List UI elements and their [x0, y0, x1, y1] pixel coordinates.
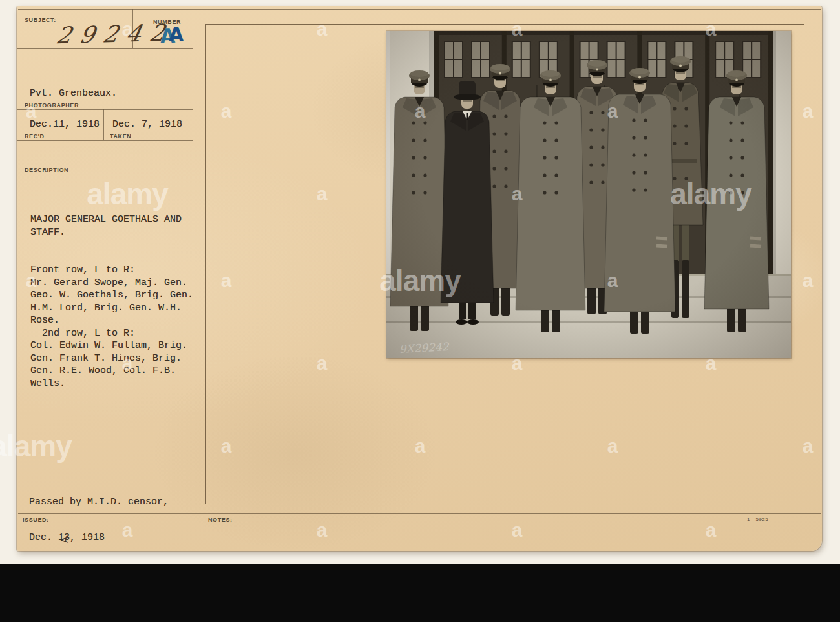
- censor-note: Passed by M.I.D. censor, Dec. 13, 1918: [29, 473, 169, 566]
- issued-mark-letter: A: [59, 537, 71, 543]
- screenshot-stage: SUBJECT: 29242 NUMBER A A Pvt. Grenbeaux…: [0, 0, 840, 622]
- photo-scene: 9X29242: [386, 31, 791, 358]
- description-line: Mr. Gerard Swope, Maj. Gen.: [30, 277, 193, 290]
- subject-label: SUBJECT:: [25, 17, 56, 23]
- description-line: [30, 239, 193, 252]
- description-line: Gen. R.E. Wood, Col. F.B.: [30, 365, 193, 378]
- description-line: Rose.: [30, 314, 193, 327]
- rule-h2: [17, 80, 193, 80]
- photographer-value: Pvt. Grenbeaux.: [30, 88, 117, 99]
- rule-h4: [17, 140, 193, 141]
- description-line: Front row, L to R:: [30, 264, 193, 277]
- rule-h3: [17, 109, 193, 110]
- description-line: H.M. Lord, Brig. Gen. W.H.: [30, 302, 193, 315]
- description-line: Col. Edwin W. Fullam, Brig.: [30, 339, 193, 352]
- received-date-value: Dec.11, 1918: [30, 119, 100, 130]
- description-line: Geo. W. Goethals, Brig. Gen.: [30, 289, 193, 302]
- description-line: STAFF.: [30, 226, 193, 239]
- rule-top: [18, 9, 821, 10]
- description-line: MAJOR GENERAL GOETHALS AND: [30, 213, 193, 226]
- description-text: MAJOR GENERAL GOETHALS ANDSTAFF. Front r…: [30, 213, 193, 390]
- photographer-label: PHOTOGRAPHER: [25, 102, 79, 109]
- taken-label: TAKEN: [110, 133, 131, 140]
- taken-date-value: Dec. 7, 1918: [112, 119, 182, 130]
- censor-line-1: Passed by M.I.D. censor,: [29, 495, 169, 509]
- received-label: REC'D: [25, 133, 45, 140]
- description-line: [30, 252, 193, 264]
- censor-line-2: Dec. 13, 1918: [29, 531, 169, 544]
- description-line: Wells.: [30, 378, 193, 391]
- issued-label: ISSUED:: [23, 517, 49, 523]
- footer-bar: alamy Image ID: 2RCJWE2 www.alamy.com: [0, 564, 840, 622]
- form-number: 1—5925: [747, 517, 768, 522]
- number-stamp-monogram: A A: [160, 25, 190, 47]
- archive-card: SUBJECT: 29242 NUMBER A A Pvt. Grenbeaux…: [17, 6, 822, 551]
- photograph: 9X29242: [386, 31, 791, 358]
- description-line: 2nd row, L to R:: [30, 327, 193, 340]
- description-label: DESCRIPTION: [25, 167, 68, 173]
- rule-date-divider: [103, 109, 104, 140]
- rule-h1: [17, 48, 193, 49]
- notes-label: NOTES:: [208, 517, 233, 523]
- stamp-letter-a2: A: [169, 25, 184, 45]
- description-line: Gen. Frank T. Hines, Brig.: [30, 352, 193, 365]
